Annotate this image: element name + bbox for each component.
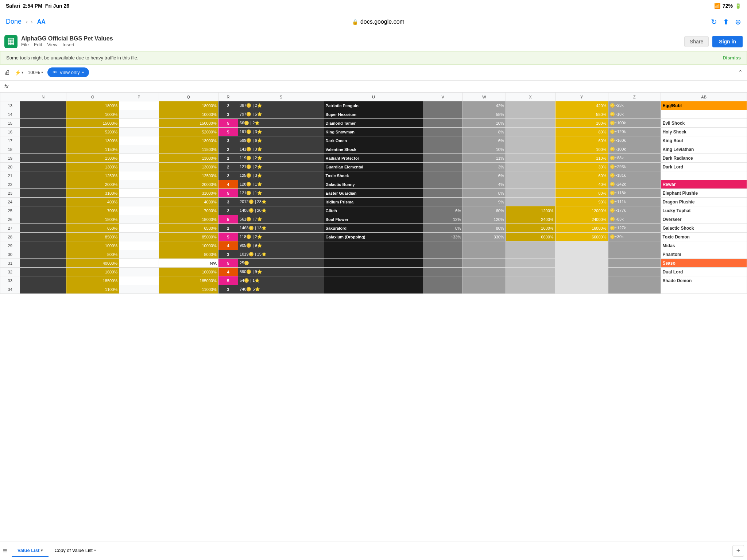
cell-z: 🪙~100k (608, 145, 661, 154)
status-bar: Safari 2:54 PM Fri Jun 26 📶 72% 🔋 (0, 0, 747, 12)
cell-ab: Evil Shock (661, 119, 747, 128)
filter-icon[interactable]: ⚡ (15, 70, 21, 75)
row-number: 15 (0, 119, 20, 128)
cell-r: 5 (218, 128, 238, 136)
row-number: 32 (0, 268, 20, 276)
row-number: 16 (0, 128, 20, 136)
cell-z: 🪙~293k (608, 163, 661, 171)
cell-r: 5 (218, 233, 238, 241)
share-button[interactable]: Share (684, 36, 709, 47)
cell-q: 13000% (159, 154, 218, 163)
compass-icon[interactable]: ⊕ (735, 18, 741, 26)
cell-x (506, 136, 555, 145)
cell-q: 13000% (159, 136, 218, 145)
cell-o: 1800% (66, 101, 119, 110)
cell-r: 5 (218, 119, 238, 128)
browser-url-bar[interactable]: 🔒 docs.google.com (352, 19, 405, 25)
cell-s: 1468🪙 | 13⭐ (238, 224, 324, 233)
cell-s: 54🪙 | 1⭐ (238, 276, 324, 285)
row-number: 25 (0, 206, 20, 215)
cell-w: 4% (463, 180, 506, 189)
cell-w (463, 276, 506, 285)
menu-view[interactable]: View (47, 42, 57, 47)
cell-x (506, 285, 555, 294)
cell-p (119, 163, 159, 171)
collapse-icon[interactable]: ⌃ (738, 69, 743, 75)
battery-icon: 🔋 (735, 3, 741, 9)
print-icon[interactable]: 🖨 (4, 69, 10, 76)
cell-q: 10000% (159, 110, 218, 119)
cell-x (506, 250, 555, 259)
filter-arrow-icon[interactable]: ▾ (22, 70, 23, 74)
cell-p (119, 154, 159, 163)
cell-w: 8% (463, 189, 506, 198)
cell-w: 60% (463, 206, 506, 215)
svg-rect-0 (8, 38, 14, 44)
menu-file[interactable]: File (21, 42, 29, 47)
cell-ab: Midas (661, 241, 747, 250)
dismiss-button[interactable]: Dismiss (723, 55, 741, 61)
cell-w: 55% (463, 110, 506, 119)
cell-z: 🪙~83k (608, 215, 661, 224)
row-number: 33 (0, 276, 20, 285)
cell-z (608, 241, 661, 250)
cell-r: 3 (218, 110, 238, 119)
cell-x (506, 128, 555, 136)
cell-x (506, 171, 555, 180)
back-arrow-icon[interactable]: ‹ (26, 19, 28, 25)
cell-x (506, 276, 555, 285)
cell-n (20, 215, 66, 224)
table-row: 141000%10000%3797🪙 | 5⭐Super Hexarium55%… (0, 110, 747, 119)
cell-w: 8% (463, 128, 506, 136)
share-icon[interactable]: ⬆ (723, 18, 729, 26)
row-number: 18 (0, 145, 20, 154)
cell-r: 2 (218, 206, 238, 215)
cell-o: 3100% (66, 189, 119, 198)
zoom-arrow-icon[interactable]: ▾ (41, 70, 43, 74)
cell-u: Galactic Bunny (324, 180, 423, 189)
row-number: 23 (0, 189, 20, 198)
filter-group: ⚡ ▾ (15, 70, 23, 75)
cell-ab: Elephant Plushie (661, 189, 747, 198)
cell-s: 1019🪙 | 15⭐ (238, 250, 324, 259)
forward-arrow-icon[interactable]: › (31, 19, 32, 25)
toast-message: Some tools might be unavailable due to h… (6, 55, 139, 61)
reload-icon[interactable]: ↻ (711, 18, 717, 26)
cell-p (119, 180, 159, 189)
cell-ab: Dragon Plushie (661, 198, 747, 206)
table-row: 233100%31000%5121🪙 | 1⭐Easter Guardian8%… (0, 189, 747, 198)
table-row: 321600%16000%4590🪙 | 9⭐Dual Lord (0, 268, 747, 276)
cell-ab: Shade Demon (661, 276, 747, 285)
cell-r: 2 (218, 101, 238, 110)
done-button[interactable]: Done (6, 18, 22, 26)
table-row: 191300%13000%2119🪙 | 2⭐Radiant Protector… (0, 154, 747, 163)
row-number: 24 (0, 198, 20, 206)
cell-u (324, 250, 423, 259)
cell-y: 100% (555, 145, 608, 154)
cell-s: 128🪙 | 1⭐ (238, 180, 324, 189)
cell-n (20, 189, 66, 198)
aa-button[interactable]: AA (37, 19, 46, 25)
cell-o: 15000% (66, 119, 119, 128)
cell-ab (661, 110, 747, 119)
menu-insert[interactable]: Insert (62, 42, 74, 47)
cell-v (423, 136, 463, 145)
row-number: 14 (0, 110, 20, 119)
cell-z: 🪙~181k (608, 171, 661, 180)
cell-x: 1600% (506, 224, 555, 233)
view-only-button[interactable]: 👁 View only ▾ (47, 67, 89, 77)
menu-edit[interactable]: Edit (34, 42, 42, 47)
cell-r: 3 (218, 250, 238, 259)
formula-bar: fx (0, 81, 747, 92)
cell-p (119, 206, 159, 215)
cell-p (119, 285, 159, 294)
table-row: 291000%10000%4905🪙 | 9⭐Midas (0, 241, 747, 250)
cell-r: 5 (218, 189, 238, 198)
cell-v (423, 163, 463, 171)
signin-button[interactable]: Sign in (712, 36, 743, 47)
table-row: 261800%18000%5561🪙 | 7⭐Soul Flower12%120… (0, 215, 747, 224)
row-number: 17 (0, 136, 20, 145)
col-s: S (238, 93, 324, 101)
formula-input[interactable] (11, 83, 743, 89)
cell-ab: Dual Lord (661, 268, 747, 276)
